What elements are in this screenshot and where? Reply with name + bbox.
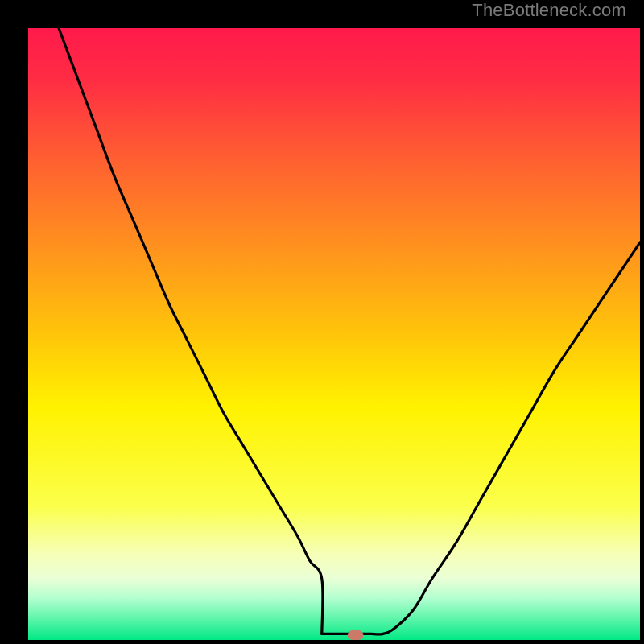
watermark-text: TheBottleneck.com	[472, 0, 626, 21]
gradient-background	[28, 28, 640, 640]
chart-frame	[12, 12, 632, 632]
bottleneck-chart	[28, 28, 640, 640]
